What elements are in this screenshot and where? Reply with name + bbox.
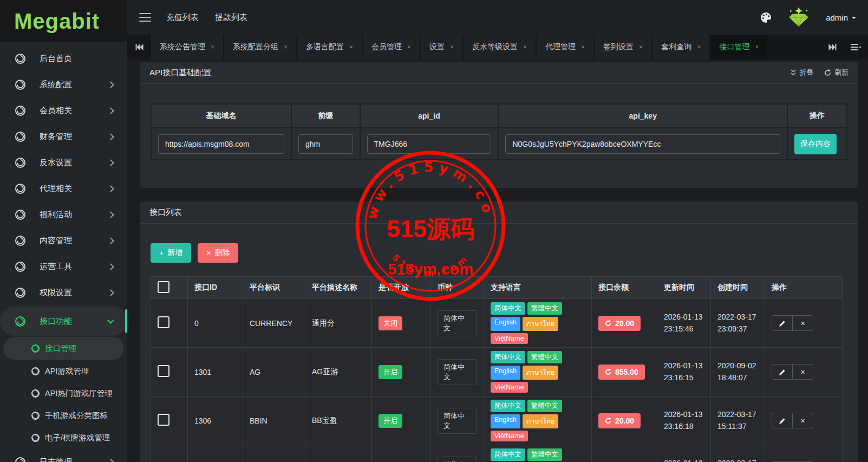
close-icon[interactable]: ×	[211, 43, 214, 51]
tab-settings[interactable]: 设置×	[421, 35, 462, 60]
cell-updated: 2026-01-1323:15:46	[657, 299, 711, 348]
tab-interface-management[interactable]: 接口管理×	[710, 35, 767, 60]
submenu-item-api-game-management[interactable]: API游戏管理	[0, 360, 127, 382]
hamburger-menu-icon[interactable]	[139, 13, 151, 22]
col-platform-code: 平台标识	[243, 277, 305, 299]
edit-button[interactable]	[772, 365, 792, 379]
cell-code: AG	[243, 348, 305, 396]
pencil-icon	[779, 320, 786, 327]
close-icon[interactable]: ×	[639, 43, 643, 51]
prefix-input[interactable]	[298, 134, 353, 154]
balance-refresh-button[interactable]: 855.00	[598, 365, 645, 380]
ring-icon	[31, 367, 40, 375]
edit-button[interactable]	[772, 413, 792, 428]
row-checkbox[interactable]	[158, 365, 169, 377]
submenu-item-interface-management[interactable]: 接口管理	[3, 337, 124, 360]
cell-code: CURRENCY	[243, 299, 305, 348]
nav-recharge-list[interactable]: 充值列表	[166, 12, 199, 23]
base-domain-input[interactable]	[158, 134, 284, 154]
tab-list-menu-icon[interactable]	[844, 35, 868, 60]
sidebar-item-permissions[interactable]: 权限设置	[0, 279, 127, 305]
status-badge: 开启	[378, 365, 402, 379]
status-badge: 开启	[378, 414, 402, 428]
ring-icon	[31, 344, 40, 353]
delete-button[interactable]: ×删除	[198, 243, 238, 263]
api-key-input[interactable]	[505, 134, 780, 154]
tab-arbitrage-query[interactable]: 套利查询×	[652, 35, 709, 60]
delete-row-button[interactable]: ×	[792, 413, 813, 428]
row-checkbox[interactable]	[158, 316, 169, 328]
chevron-right-icon	[107, 289, 114, 296]
api-id-input[interactable]	[367, 134, 492, 154]
close-icon[interactable]: ×	[523, 43, 527, 51]
cell-created: 2020-09-0218:48:07	[711, 348, 765, 396]
close-icon[interactable]: ×	[755, 43, 759, 51]
sidebar-item-finance[interactable]: 财务管理	[0, 123, 127, 149]
refresh-button[interactable]: 刷新	[824, 68, 849, 77]
tab-signin-settings[interactable]: 签到设置×	[595, 35, 651, 60]
tab-multilanguage[interactable]: 多语言配置×	[297, 35, 362, 60]
delete-row-button[interactable]: ×	[792, 365, 813, 379]
gem-avatar-icon[interactable]	[787, 7, 811, 28]
row-checkbox[interactable]	[158, 414, 169, 426]
balance-refresh-button[interactable]: 20.00	[598, 316, 641, 331]
sidebar-item-system-config[interactable]: 系统配置	[0, 71, 127, 97]
skip-to-first-tab-icon[interactable]	[127, 35, 151, 60]
close-icon[interactable]: ×	[407, 43, 411, 51]
ring-icon	[15, 457, 25, 462]
ring-icon	[15, 262, 25, 272]
collapse-button[interactable]: 折叠	[791, 68, 813, 77]
sidebar-item-member[interactable]: 会员相关	[0, 97, 127, 123]
add-button[interactable]: +新增	[151, 243, 191, 263]
cell-name: AG亚游	[305, 348, 372, 396]
close-icon[interactable]: ×	[581, 43, 585, 51]
chevron-right-icon	[107, 459, 114, 462]
chevron-right-icon	[107, 263, 114, 270]
save-button[interactable]: 保存内容	[794, 134, 837, 154]
sidebar-item-logs[interactable]: 日志管理	[0, 449, 127, 462]
refresh-icon	[605, 369, 611, 375]
delete-row-button[interactable]: ×	[792, 316, 813, 330]
close-icon[interactable]: ×	[697, 43, 701, 51]
submenu-item-slots-chess-management[interactable]: 电子/棋牌游戏管理	[0, 427, 127, 449]
sidebar-item-content[interactable]: 内容管理	[0, 227, 127, 253]
tab-agent-management[interactable]: 代理管理×	[537, 35, 593, 60]
double-chevron-down-icon	[791, 69, 796, 76]
sidebar-item-dashboard[interactable]: 后台首页	[0, 45, 127, 71]
skip-to-last-tab-icon[interactable]	[820, 35, 844, 60]
close-icon[interactable]: ×	[284, 43, 288, 51]
sidebar-item-operation-tools[interactable]: 运营工具	[0, 253, 127, 279]
ring-icon	[31, 412, 40, 420]
currency-chip: 简体中文	[438, 457, 477, 462]
user-menu[interactable]: admin	[826, 13, 856, 22]
interface-submenu: 接口管理 API游戏管理 API热门游戏厅管理 手机游戏分类图标 电子/棋牌游戏…	[0, 337, 127, 449]
row-actions: ×	[772, 413, 813, 428]
table-row: 0 CURRENCY 通用分 关闭 简体中文 简体中文繁體中文Englishภา…	[151, 299, 843, 348]
tab-system-config-group[interactable]: 系统配置分组×	[224, 35, 296, 60]
ring-icon	[15, 158, 25, 168]
chevron-right-icon	[107, 211, 114, 218]
tab-rebate-level[interactable]: 反水等级设置×	[464, 35, 536, 60]
col-platform-name: 平台描述名称	[305, 277, 372, 299]
cell-created: 2022-03-1715:11:37	[711, 396, 765, 445]
nav-withdraw-list[interactable]: 提款列表	[215, 12, 247, 23]
submenu-item-mobile-game-icons[interactable]: 手机游戏分类图标	[0, 405, 127, 427]
sidebar-item-agent[interactable]: 代理相关	[0, 175, 127, 201]
col-action: 操作	[787, 104, 847, 128]
balance-refresh-button[interactable]: 20.00	[598, 413, 641, 428]
submenu-item-api-hot-lobby[interactable]: API热门游戏厅管理	[0, 382, 127, 405]
palette-icon[interactable]	[760, 12, 772, 23]
sidebar-item-interface-functions[interactable]: 接口功能	[0, 307, 127, 336]
close-icon[interactable]: ×	[450, 43, 454, 51]
tab-system-announcement[interactable]: 系统公告管理×	[151, 35, 223, 60]
topbar-right: admin	[760, 7, 856, 28]
cell-updated: 2026-01-1323:16:21	[657, 445, 711, 462]
close-icon[interactable]: ×	[349, 43, 353, 51]
edit-button[interactable]	[772, 316, 792, 330]
tab-member-management[interactable]: 会员管理×	[363, 35, 420, 60]
panel-title: API接口基础配置	[149, 68, 211, 78]
select-all-checkbox[interactable]	[158, 281, 169, 293]
api-config-panel: API接口基础配置 折叠 刷新 基础域名	[140, 62, 858, 188]
sidebar-item-welfare[interactable]: 福利活动	[0, 201, 127, 227]
sidebar-item-rebate[interactable]: 反水设置	[0, 149, 127, 175]
